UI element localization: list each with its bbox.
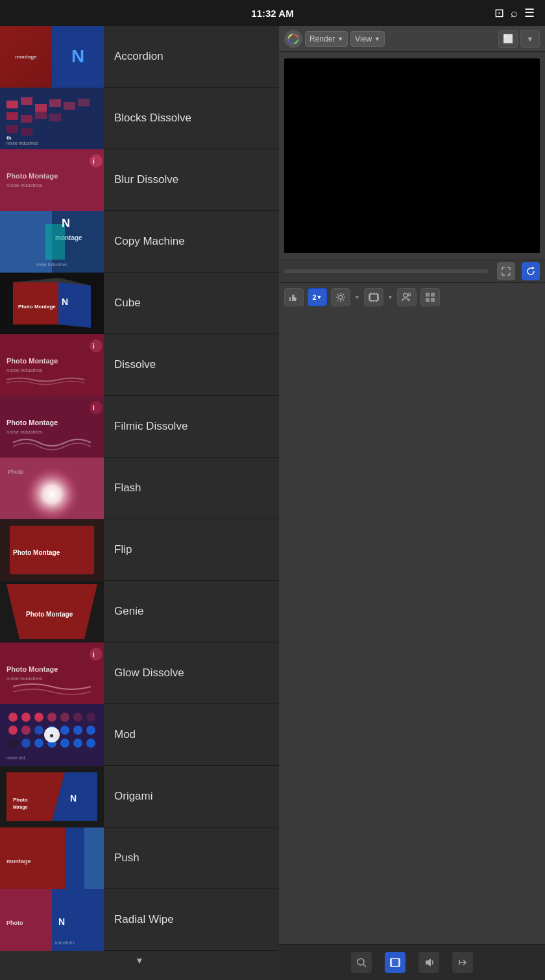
bottom-arrow-btn[interactable]: [452, 952, 473, 973]
thumb-btn[interactable]: [284, 288, 304, 306]
people-btn[interactable]: [397, 288, 417, 306]
svg-text:i: i: [93, 158, 95, 165]
svg-point-61: [60, 713, 69, 722]
svg-line-115: [363, 964, 366, 967]
grid-btn[interactable]: [420, 288, 440, 306]
svg-text:Photo Montage: Photo Montage: [18, 304, 56, 310]
transition-item-copy-machine[interactable]: montage noise industries N Copy Machine: [0, 211, 279, 273]
transition-item-cube[interactable]: Photo Montage N Cube: [0, 273, 279, 334]
transition-item-filmic-dissolve[interactable]: Photo Montage noise industries i Filmic …: [0, 396, 279, 458]
transition-item-blur-dissolve[interactable]: Photo Montage noise industries i Blur Di…: [0, 149, 279, 211]
svg-point-77: [86, 739, 95, 748]
svg-text:N: N: [62, 217, 70, 230]
svg-text:th: th: [6, 135, 12, 141]
list-icon[interactable]: ☰: [524, 6, 535, 20]
svg-point-43: [23, 462, 81, 519]
battery-icon: ⊡: [494, 6, 504, 20]
svg-text:N: N: [62, 297, 68, 307]
svg-rect-51: [0, 643, 104, 704]
film-btn[interactable]: [364, 288, 383, 306]
svg-text:noise ind…: noise ind…: [6, 755, 29, 760]
transition-label-flash: Flash: [104, 482, 141, 495]
transition-label-accordion: Accordion: [104, 50, 164, 63]
svg-rect-7: [6, 112, 18, 120]
transition-item-radial-wipe[interactable]: Photo N industries Radial Wipe: [0, 889, 279, 951]
transition-thumb-cube: Photo Montage N: [0, 273, 104, 334]
timeline-bar[interactable]: [284, 269, 488, 273]
svg-rect-89: [84, 827, 104, 889]
expand-btn[interactable]: [497, 262, 515, 280]
svg-rect-5: [64, 102, 75, 110]
transition-item-push[interactable]: montage Push: [0, 827, 279, 889]
gear-btn[interactable]: [331, 288, 350, 306]
svg-rect-8: [21, 115, 32, 123]
render-dropdown-arrow: ▼: [337, 36, 343, 42]
svg-point-109: [408, 293, 411, 296]
svg-rect-3: [35, 104, 47, 112]
transition-item-glow-dissolve[interactable]: Photo Montage noise industries i Glow Di…: [0, 643, 279, 704]
transition-item-origami[interactable]: Photo Mirage N Origami: [0, 766, 279, 827]
square-btn[interactable]: ⬜: [498, 30, 518, 48]
arrow-btn[interactable]: ▼: [520, 30, 540, 48]
svg-text:industries: industries: [55, 940, 75, 945]
refresh-btn[interactable]: [522, 262, 540, 280]
color-wheel-btn[interactable]: [284, 30, 302, 48]
transition-label-filmic-dissolve: Filmic Dissolve: [104, 420, 188, 433]
clock: 11:32 AM: [251, 8, 293, 19]
svg-text:noise industries: noise industries: [6, 141, 38, 145]
bottom-search-btn[interactable]: [351, 952, 372, 973]
transition-item-blocks-dissolve[interactable]: noise industries th Blocks Dissolve: [0, 88, 279, 149]
svg-point-71: [8, 739, 18, 748]
bottom-film-btn[interactable]: [385, 952, 406, 973]
svg-rect-1: [6, 101, 18, 108]
svg-rect-2: [21, 97, 32, 105]
playback-row: [279, 260, 545, 282]
svg-text:●: ●: [49, 731, 54, 740]
transition-thumb-glow: Photo Montage noise industries i: [0, 643, 104, 704]
transition-label-glow-dissolve: Glow Dissolve: [104, 667, 184, 680]
svg-point-54: [90, 648, 103, 661]
svg-point-57: [8, 713, 18, 722]
svg-point-18: [90, 154, 103, 167]
transition-thumb-dissolve: Photo Montage noise industries i: [0, 334, 104, 396]
preview-area: [284, 58, 540, 253]
transition-item-accordion[interactable]: montage N Accordion: [0, 26, 279, 88]
svg-rect-105: [370, 300, 372, 302]
view-dropdown[interactable]: View ▼: [350, 31, 385, 47]
scroll-down-arrow[interactable]: ▼: [0, 951, 279, 970]
transition-item-mod[interactable]: ● noise ind… Mod: [0, 704, 279, 766]
svg-rect-4: [49, 99, 61, 107]
svg-point-59: [34, 713, 43, 722]
transition-label-push: Push: [104, 851, 139, 864]
transition-list: montage N Accordion: [0, 26, 279, 980]
transition-item-flash[interactable]: Photo Flash: [0, 458, 279, 519]
view-dropdown-arrow: ▼: [374, 36, 380, 42]
transition-item-dissolve[interactable]: Photo Montage noise industries i Dissolv…: [0, 334, 279, 396]
gear-arrow: ▼: [354, 294, 360, 300]
transition-label-radial-wipe: Radial Wipe: [104, 913, 174, 926]
top-bar: 11:32 AM ⊡ ⌕ ☰: [0, 0, 545, 26]
svg-rect-99: [369, 294, 378, 300]
svg-rect-104: [376, 293, 377, 294]
svg-rect-118: [398, 959, 400, 966]
search-icon[interactable]: ⌕: [511, 6, 518, 20]
svg-rect-111: [431, 293, 435, 297]
transition-label-copy-machine: Copy Machine: [104, 235, 185, 248]
svg-rect-12: [21, 128, 32, 136]
num-btn[interactable]: 2 ▼: [308, 288, 327, 306]
render-dropdown[interactable]: Render ▼: [305, 31, 348, 47]
transition-item-flip[interactable]: Photo Montage Flip: [0, 519, 279, 581]
svg-text:Photo: Photo: [13, 797, 28, 803]
transition-thumb-copy: montage noise industries N: [0, 211, 104, 273]
transition-thumb-filmic: Photo Montage noise industries i: [0, 396, 104, 458]
transition-label-genie: Genie: [104, 605, 143, 618]
svg-rect-15: [0, 149, 104, 211]
svg-rect-32: [0, 334, 104, 396]
svg-text:Photo: Photo: [8, 469, 23, 475]
bottom-speaker-btn[interactable]: [418, 952, 439, 973]
svg-text:Photo Montage: Photo Montage: [6, 357, 58, 365]
transition-thumb-accordion: montage N: [0, 26, 104, 88]
svg-text:Photo: Photo: [6, 920, 23, 926]
transition-thumb-blur: Photo Montage noise industries i: [0, 149, 104, 211]
transition-item-genie[interactable]: Photo Montage Genie: [0, 581, 279, 643]
